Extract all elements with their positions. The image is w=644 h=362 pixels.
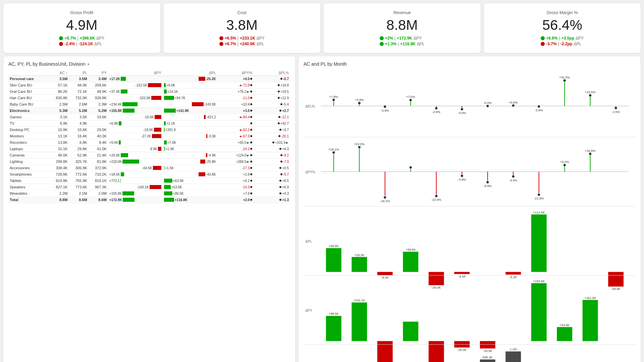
cell-py: 29.0K: [89, 127, 108, 133]
svg-text:1.1M: 1.1M: [510, 348, 517, 351]
cell-dplp: -9.2: [254, 152, 290, 159]
table-row: Hair Care BU 826.8K 732.0K 928.8K -102.0…: [8, 95, 290, 101]
cell-dpy: +155.8K: [108, 108, 163, 114]
cell-ac: 827.1K: [49, 184, 69, 190]
svg-point-54: [461, 174, 463, 177]
svg-point-5: [358, 102, 361, 104]
kpi-deltas: +2% | +172.9K ΔPY +1.3% | +116.8K ΔPL: [380, 36, 425, 46]
cell-py: 3.4M: [89, 76, 108, 82]
table-row: Baby Care BU 2.5M 2.6M 2.3M +234.4K -143…: [8, 101, 290, 108]
svg-text:-24.2%: -24.2%: [380, 199, 390, 203]
svg-text:+6.2%: +6.2%: [560, 160, 569, 164]
svg-rect-82: [454, 272, 470, 274]
kpi-value: 4.9M: [66, 17, 97, 33]
delta-sep: |: [237, 42, 238, 46]
cell-dpy: +6.9K: [108, 120, 163, 127]
cell-name: Hair Care BU: [8, 95, 49, 101]
cell-dplp: -20.1: [254, 133, 290, 139]
svg-rect-98: [429, 341, 444, 362]
cell-dpyp: +0.5: [217, 76, 254, 82]
table-row: Laptops 31.1K 29.8K 41.0K -9.9K +1.3K -2…: [8, 146, 290, 152]
table-row: TV 6.9K 4.9K +6.9K +2.1K +42.7: [8, 120, 290, 127]
cell-name: Smartphones: [8, 171, 49, 178]
svg-text:945.3K: 945.3K: [483, 356, 493, 359]
delta-sep: |: [77, 36, 78, 41]
svg-text:+46.6K: +46.6K: [329, 244, 339, 248]
cell-dpy: +772.1: [108, 178, 163, 184]
cell-ac: 13.1K: [49, 133, 69, 139]
svg-text:-0.6%: -0.6%: [535, 109, 543, 112]
delta-label: ΔPY: [96, 36, 104, 41]
cell-dpyp: [217, 120, 254, 127]
cell-py: 2.3M: [89, 101, 108, 108]
svg-point-20: [486, 105, 489, 107]
cell-dpy: -152.5K: [108, 82, 163, 88]
cell-pl: 772.6K: [69, 171, 88, 178]
svg-point-32: [589, 94, 592, 97]
table-row: Smartphones 728.8K 772.6K 710.2K +18.5K …: [8, 171, 290, 178]
svg-text:+16.8%: +16.8%: [585, 149, 596, 153]
kpi-delta-row: -3.7% | -2.2pp ΔPL: [541, 42, 584, 46]
cell-dpl: -143.0K: [163, 101, 217, 108]
cell-dpy: -27.2K: [108, 133, 163, 139]
kpi-title: Cost: [237, 10, 247, 15]
svg-rect-100: [454, 341, 470, 348]
cell-dplp: +4.3: [254, 146, 290, 152]
svg-text:-29.0K: -29.0K: [483, 349, 492, 353]
delta-indicator: [380, 42, 384, 46]
cell-py: 2.0M: [89, 190, 108, 197]
cell-name: Laptops: [8, 146, 49, 152]
cell-pl: 8.6M: [69, 197, 88, 203]
kpi-title: Revenue: [393, 10, 411, 15]
col-header-dpyp: ΔPY%: [217, 70, 254, 76]
svg-text:+29.3K: +29.3K: [354, 253, 364, 257]
table-header: AC, PY, PL by BusinessUnit, Division ▾: [8, 61, 290, 67]
kpi-value: 3.8M: [226, 17, 258, 33]
col-header-dplp: ΔPL%: [254, 70, 290, 76]
table-title: AC, PY, PL by BusinessUnit, Division: [8, 61, 86, 67]
cell-dpy: +17.2K: [108, 76, 163, 82]
svg-text:-4.4%: -4.4%: [509, 179, 517, 182]
table-row: Speakers 827.1K 773.6K 967.3K -140.1K +5…: [8, 184, 290, 190]
cell-name: Electronics: [8, 108, 49, 114]
svg-text:-2.8%: -2.8%: [432, 110, 440, 114]
cell-ac: 13.8K: [49, 139, 69, 146]
cell-pl: 755.9K: [69, 178, 88, 184]
dropdown-icon[interactable]: ▾: [88, 62, 89, 66]
cell-name: Games: [8, 114, 49, 120]
cell-dpy: -9.9K: [108, 146, 163, 152]
table-panel: AC, PY, PL by BusinessUnit, Division ▾ A…: [3, 56, 295, 362]
cell-name: Speakers: [8, 184, 49, 190]
table-row: Cameras 48.0K 52.9K 21.4K +26.6K -4.9K +…: [8, 152, 290, 159]
cell-dplp: -5.4: [254, 101, 290, 108]
svg-text:+151.1K: +151.1K: [354, 299, 366, 302]
cell-pl: 6.8K: [69, 139, 88, 146]
cell-dpy: +26.6K: [108, 152, 163, 159]
cell-dplp: +0.5: [254, 165, 290, 171]
svg-rect-80: [429, 272, 444, 285]
delta-pct: +8.7%: [64, 36, 76, 41]
cell-name: Oral Care BU: [8, 88, 49, 95]
delta-abs: +3.5pp: [561, 36, 574, 41]
delta-sep: |: [76, 42, 77, 46]
delta-sep: |: [559, 36, 560, 41]
svg-point-29: [563, 79, 566, 82]
svg-text:+98.5K: +98.5K: [329, 312, 339, 315]
cell-dpy: -102.0K: [108, 95, 163, 101]
svg-rect-91: [326, 316, 341, 341]
svg-point-17: [461, 108, 463, 111]
cell-dpl: +141.9K: [163, 108, 217, 114]
svg-text:ΔPL%: ΔPL%: [305, 105, 315, 108]
cell-dpy: +155.8K: [108, 190, 163, 197]
cell-dpl: -43.8K: [163, 171, 217, 178]
cell-dpyp: ◄-62.2: [217, 127, 254, 133]
cell-dpyp: +76.2►: [217, 88, 254, 95]
cell-dplp: +18.8: [254, 82, 290, 88]
delta-indicator: [541, 42, 545, 46]
cell-py: 5.2M: [89, 108, 108, 114]
table-row: Lighting 299.8K 325.7K 81.8K +218.0K -25…: [8, 159, 290, 165]
cell-dpl: -25.2K: [163, 76, 217, 82]
cell-ac: 2.5M: [49, 101, 69, 108]
cell-name: Tablets: [8, 178, 49, 184]
cell-name: Recorders: [8, 139, 49, 146]
